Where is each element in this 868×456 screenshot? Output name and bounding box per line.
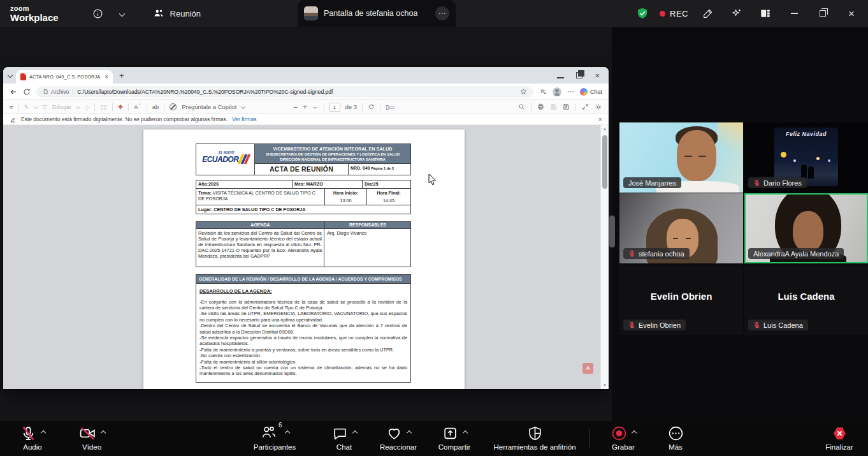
view-layout-button[interactable] [756,4,774,22]
eraser-button[interactable]: ◇ [85,103,89,110]
settings-gear-icon[interactable] [595,103,602,111]
fullscreen-icon[interactable] [582,103,589,110]
doc-body-line: -Dentro del Centro de Salud se encuentra… [199,323,407,335]
tab-screen-share[interactable]: Pantalla de stefania ochoa ⋯ [298,0,456,27]
scrollbar-down-arrow[interactable]: ▼ [601,383,609,387]
tab-meeting[interactable]: Reunión [153,8,201,19]
profile-button[interactable] [553,87,561,96]
highlighter-button[interactable]: ✎ [24,103,29,110]
browser-menu-button[interactable]: ⋯ [567,88,574,95]
browser-close-button[interactable]: × [595,71,600,80]
share-button[interactable]: Compartir [429,425,480,451]
participant-tile[interactable]: Evelin Obrien Evelin Obrien [619,265,743,335]
pdf-file-icon [20,73,26,80]
participant-tile[interactable]: Luis Cadena Luis Cadena [744,265,868,335]
doc-hora-final-cell: Hora Final:14:45 [366,189,410,205]
acrobat-overlay-icon[interactable]: A [582,363,593,374]
doc-lugar-cell: Lugar: CENTRO DE SALUD TIPO C DE POSORJA [196,205,410,214]
annotation-button[interactable]: ❖ [118,103,124,110]
banner-close-button[interactable]: × [598,115,602,123]
host-tools-button[interactable]: Herramientas de anfitrión [481,425,589,451]
copilot-dropdown-icon[interactable] [241,105,245,109]
security-shield-icon[interactable] [636,7,649,20]
muted-mic-icon [628,321,635,328]
pdf-viewport[interactable]: EL NUEVO ECUADOR VICEMINISTERIO DE ATENC… [3,125,609,389]
end-meeting-button[interactable]: Finalizar [816,425,862,451]
new-tab-button[interactable]: + [119,71,124,80]
participant-tile-active-speaker[interactable]: AlexandraA Ayala Mendoza [744,193,868,263]
participant-tile[interactable]: José Manjarres [619,122,743,193]
tab-options-button[interactable]: ⋯ [435,6,449,20]
search-icon[interactable] [518,103,525,110]
participants-options-chevron[interactable] [284,430,289,436]
share-options-chevron[interactable] [462,430,467,436]
doc-hora-inicio-cell: Hora Inicio:13:00 [324,189,366,205]
tab-close-button[interactable]: × [105,73,108,80]
audio-options-chevron[interactable] [40,430,45,436]
logo-ecuador: ECUADOR [202,155,238,164]
address-bar[interactable]: Archivo C:/Users/lapto/Downloads/ACTA%20… [36,86,533,98]
browser-tab[interactable]: ACTA NRO. 049_C.S. POSORJA TIP × [16,70,113,84]
titlebar-dropdown-button[interactable] [113,4,131,22]
video-button[interactable]: Vídeo [69,425,115,451]
read-aloud-button[interactable]: A⌃ [134,103,141,110]
tab-search-button[interactable] [8,73,12,77]
save-as-icon[interactable] [563,103,570,110]
zoom-out-button[interactable]: − [293,103,298,112]
audio-button[interactable]: Audio [10,425,55,451]
react-options-chevron[interactable] [406,430,411,436]
print-icon[interactable] [537,103,544,110]
page-view-button[interactable]: ▯▭ [386,103,394,110]
participants-button[interactable]: 6 Participantes [245,425,304,451]
share-screen-icon [442,425,458,441]
draw-dropdown-icon[interactable] [76,105,80,109]
participant-tile[interactable]: Feliz Navidad Dario Flores [744,122,868,193]
participant-tile[interactable]: stefania ochoa [619,193,743,263]
doc-header-line2: SUBSECRETARÍA DE GESTIÓN DE OPERACIONES … [257,152,408,156]
draw-shape-icon[interactable]: ▽ [43,103,47,110]
file-icon [43,89,48,94]
zoom-in-button[interactable]: + [303,103,307,112]
highlighter-dropdown-icon[interactable] [33,105,38,109]
video-options-chevron[interactable] [100,430,105,436]
text-selection-button[interactable]: ab [152,103,159,110]
two-page-view-button[interactable]: ▯▯ [100,103,106,110]
close-button[interactable]: × [843,4,860,22]
ai-companion-button[interactable] [728,4,746,22]
page-number-input[interactable]: 1 [329,103,340,112]
chat-button[interactable]: Chat [322,425,366,451]
back-button[interactable] [10,88,17,96]
copilot-chat-button[interactable]: Chat [580,88,602,96]
scrollbar-up-arrow[interactable]: ▲ [601,127,609,131]
maximize-button[interactable] [814,4,832,22]
more-button[interactable]: Más [656,425,695,451]
desktop-scrollbar-thumb[interactable] [609,216,615,247]
doc-agenda-header: AGENDA [196,222,324,228]
bookmark-star-icon[interactable] [520,88,527,95]
zoom-workplace-logo: zoom Workplace [10,5,59,22]
record-button[interactable]: Grabar [599,425,647,451]
rotate-icon[interactable] [368,103,375,110]
end-meeting-label: Finalizar [825,443,853,451]
doc-body-line: -Se visito las áreas de UTPR, EMERGENCIA… [199,311,407,323]
ask-copilot-button[interactable]: Pregúntale a Copilot [182,103,236,110]
fit-width-button[interactable]: ⇔ [312,103,319,110]
browser-maximize-button[interactable] [576,70,582,81]
record-options-chevron[interactable] [631,430,636,436]
collections-button[interactable] [539,88,547,96]
minimize-button[interactable] [785,4,803,22]
annotate-button[interactable] [699,4,717,22]
pdf-scrollbar[interactable]: ▲ ▼ [600,125,609,389]
participant-name: stefania ochoa [639,250,684,258]
react-button[interactable]: Reaccionar [373,425,424,451]
chat-options-chevron[interactable] [352,430,357,436]
draw-button-label[interactable]: Dibujar [52,103,71,110]
browser-minimize-button[interactable] [557,70,564,81]
refresh-button[interactable] [23,88,31,96]
meeting-info-button[interactable] [89,4,107,22]
save-icon[interactable] [550,103,557,110]
doc-acta-page: Página 1 de 3 [371,166,394,170]
view-signatures-link[interactable]: Ver firmas [232,116,256,122]
toc-button[interactable]: ≡ [10,103,13,110]
scrollbar-thumb[interactable] [602,135,607,189]
